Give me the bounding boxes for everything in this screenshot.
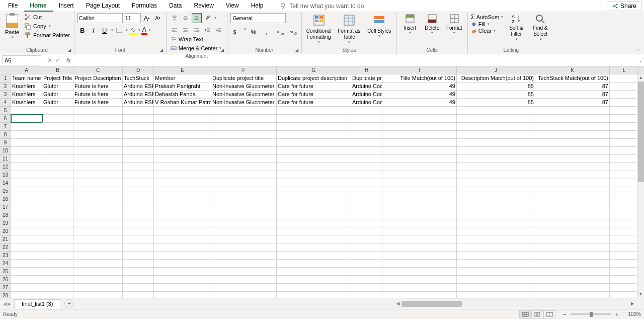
align-bottom-button[interactable] [192, 13, 202, 23]
cell-L12[interactable] [610, 163, 639, 171]
cell-I20[interactable] [382, 227, 457, 235]
cell-E28[interactable] [154, 292, 211, 298]
cell-L18[interactable] [610, 211, 639, 219]
cell-C10[interactable] [73, 147, 123, 155]
cell-G7[interactable] [277, 123, 351, 131]
cell-G4[interactable]: Care for future [277, 99, 351, 107]
cell-G14[interactable] [277, 179, 351, 187]
cell-I14[interactable] [382, 179, 457, 187]
cell-G16[interactable] [277, 195, 351, 203]
cell-C27[interactable] [73, 284, 123, 292]
cell-E18[interactable] [154, 211, 211, 219]
cell-K17[interactable] [535, 203, 610, 211]
cell-H21[interactable] [351, 235, 382, 243]
cell-E20[interactable] [154, 227, 211, 235]
cell-C4[interactable]: Future is here [73, 99, 123, 107]
cell-G22[interactable] [277, 243, 351, 252]
zoom-percent[interactable]: 100% [623, 311, 641, 317]
cell-L8[interactable] [610, 131, 639, 139]
cell-G12[interactable] [277, 163, 351, 171]
cell-F5[interactable] [211, 107, 277, 115]
cell-H1[interactable]: Duplicate project TechStack [351, 74, 382, 83]
cell-E6[interactable] [154, 115, 211, 123]
cell-I4[interactable]: 49 [382, 99, 457, 107]
row-header-23[interactable]: 23 [0, 252, 11, 260]
cell-I8[interactable] [382, 131, 457, 139]
cell-J1[interactable]: Description Match(out of 100) [457, 74, 535, 83]
cell-E8[interactable] [154, 131, 211, 139]
cell-A23[interactable] [11, 252, 42, 260]
cell-D4[interactable]: Arduino ESP [123, 99, 154, 107]
cell-D10[interactable] [123, 147, 154, 155]
column-header-K[interactable]: K [535, 66, 610, 74]
cell-J6[interactable] [457, 115, 535, 123]
row-header-28[interactable]: 28 [0, 292, 11, 298]
cell-H26[interactable] [351, 276, 382, 284]
cell-G25[interactable] [277, 268, 351, 276]
cell-J18[interactable] [457, 211, 535, 219]
cell-I5[interactable] [382, 107, 457, 115]
cell-F18[interactable] [211, 211, 277, 219]
menu-file[interactable]: File [2, 1, 24, 12]
cell-D28[interactable] [123, 292, 154, 298]
cell-L4[interactable] [610, 99, 639, 107]
cell-H15[interactable] [351, 187, 382, 195]
cell-K25[interactable] [535, 268, 610, 276]
cell-C11[interactable] [73, 155, 123, 163]
cell-F20[interactable] [211, 227, 277, 235]
menu-data[interactable]: Data [163, 1, 188, 12]
menu-page-layout[interactable]: Page Layout [80, 1, 126, 12]
cell-F22[interactable] [211, 243, 277, 252]
cell-H28[interactable] [351, 292, 382, 298]
cell-C12[interactable] [73, 163, 123, 171]
zoom-thumb[interactable] [590, 312, 593, 317]
cell-G9[interactable] [277, 139, 351, 147]
cell-I2[interactable]: 49 [382, 83, 457, 91]
cell-F25[interactable] [211, 268, 277, 276]
cell-D1[interactable]: TechStack [123, 74, 154, 83]
cell-D5[interactable] [123, 107, 154, 115]
cell-K14[interactable] [535, 179, 610, 187]
cell-L20[interactable] [610, 227, 639, 235]
cell-C9[interactable] [73, 139, 123, 147]
cell-B11[interactable] [42, 155, 73, 163]
cell-H25[interactable] [351, 268, 382, 276]
cell-B26[interactable] [42, 276, 73, 284]
cell-I12[interactable] [382, 163, 457, 171]
cell-G18[interactable] [277, 211, 351, 219]
cell-D27[interactable] [123, 284, 154, 292]
cell-C14[interactable] [73, 179, 123, 187]
font-size-select[interactable] [124, 13, 141, 23]
cell-H13[interactable] [351, 171, 382, 179]
cell-C20[interactable] [73, 227, 123, 235]
clear-button[interactable]: Clear▾ [471, 28, 503, 34]
row-header-9[interactable]: 9 [0, 139, 11, 147]
cell-C22[interactable] [73, 243, 123, 252]
menu-home[interactable]: Home [24, 1, 52, 12]
cell-J12[interactable] [457, 163, 535, 171]
cell-E4[interactable]: V Roshan Kumar Patro [154, 99, 211, 107]
cell-J23[interactable] [457, 252, 535, 260]
cell-K10[interactable] [535, 147, 610, 155]
cell-C7[interactable] [73, 123, 123, 131]
cell-K22[interactable] [535, 243, 610, 252]
cell-E1[interactable]: Member [154, 74, 211, 83]
cell-L1[interactable] [610, 74, 639, 83]
cell-D16[interactable] [123, 195, 154, 203]
cell-F4[interactable]: Non-invasive Glucometer [211, 99, 277, 107]
cell-F26[interactable] [211, 276, 277, 284]
vertical-scrollbar[interactable]: ▲ ▼ [637, 74, 644, 298]
menu-formulas[interactable]: Formulas [126, 1, 163, 12]
row-header-5[interactable]: 5 [0, 107, 11, 115]
cell-I18[interactable] [382, 211, 457, 219]
increase-font-button[interactable]: A▴ [142, 13, 152, 23]
cell-K11[interactable] [535, 155, 610, 163]
row-header-3[interactable]: 3 [0, 91, 11, 99]
cell-K27[interactable] [535, 284, 610, 292]
scroll-up-button[interactable]: ▲ [637, 74, 644, 81]
row-header-17[interactable]: 17 [0, 203, 11, 211]
cell-D23[interactable] [123, 252, 154, 260]
cell-H27[interactable] [351, 284, 382, 292]
cell-G3[interactable]: Care for future [277, 91, 351, 99]
cell-E10[interactable] [154, 147, 211, 155]
